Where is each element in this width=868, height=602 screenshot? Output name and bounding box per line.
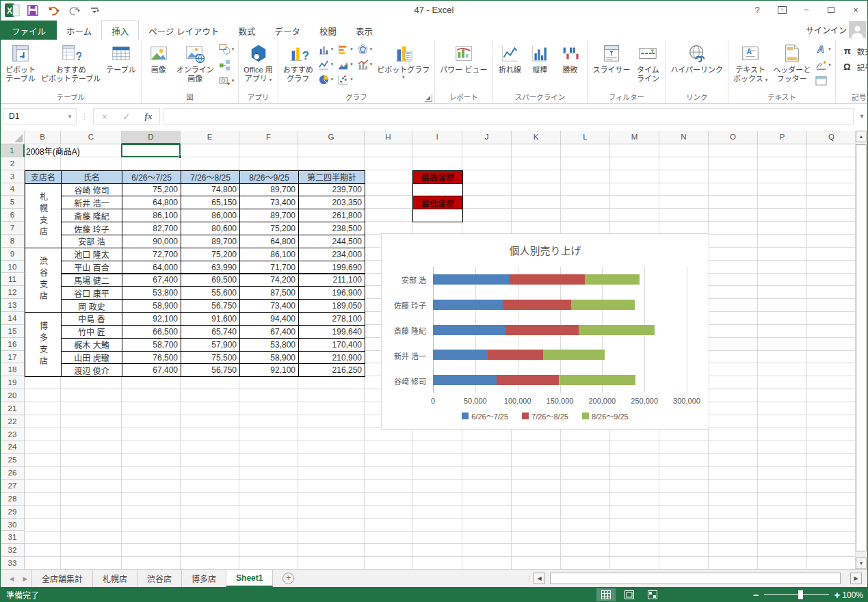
chart-bar-segment[interactable] xyxy=(560,375,636,385)
chart-bar-segment[interactable] xyxy=(505,325,578,335)
value-period3[interactable]: 89,700 xyxy=(239,209,299,222)
select-all-corner[interactable] xyxy=(1,131,25,144)
row-header-6[interactable]: 6 xyxy=(1,209,25,222)
row-header-14[interactable]: 14 xyxy=(1,312,25,325)
table-header-6/26〜7/25[interactable]: 6/26〜7/25 xyxy=(122,170,181,184)
ribbon-button-insert-scatter-chart-icon[interactable]: ▾ xyxy=(335,73,355,86)
value-period3[interactable]: 87,500 xyxy=(239,286,299,300)
ribbon-button-wordart-icon[interactable]: A▾ xyxy=(813,42,833,56)
chart-bar-segment[interactable] xyxy=(433,350,488,360)
cancel-formula-icon[interactable]: × xyxy=(94,112,116,122)
row-header-21[interactable]: 21 xyxy=(1,402,25,415)
value-period3[interactable]: 74,200 xyxy=(239,274,299,287)
ribbon-button-おすすめグラフ[interactable]: ?おすすめグラフ xyxy=(280,41,316,85)
chart-bar-segment[interactable] xyxy=(433,375,497,385)
value-period1[interactable]: 58,700 xyxy=(122,338,181,352)
row-header-17[interactable]: 17 xyxy=(1,351,25,364)
member-name[interactable]: 中島 香 xyxy=(61,312,122,326)
row-header-20[interactable]: 20 xyxy=(1,389,25,402)
row-header-1[interactable]: 1 xyxy=(1,144,25,157)
scroll-up-icon[interactable]: ▲ xyxy=(856,131,867,142)
member-name[interactable]: 平山 百合 xyxy=(61,261,122,274)
member-name[interactable]: 岡 政史 xyxy=(61,299,122,313)
value-period1[interactable]: 53,800 xyxy=(122,286,181,300)
sheet-tab-札幌店[interactable]: 札幌店 xyxy=(93,570,137,587)
value-period3[interactable]: 75,200 xyxy=(239,222,299,235)
value-period3[interactable]: 67,400 xyxy=(239,325,299,339)
ribbon-button-画像[interactable]: 画像 xyxy=(144,41,174,76)
row-header-4[interactable]: 4 xyxy=(1,183,25,196)
table-header-第二四半期計[interactable]: 第二四半期計 xyxy=(298,170,365,184)
value-period2[interactable]: 65,150 xyxy=(181,196,240,209)
normal-view-icon[interactable] xyxy=(596,588,616,601)
column-header-Q[interactable]: Q xyxy=(807,131,856,144)
ribbon-button-insert-column-chart-icon[interactable]: ▾ xyxy=(316,42,336,56)
worksheet-grid[interactable]: BCDEFGHIJKLMNOPQ123456789101112131415161… xyxy=(1,131,856,569)
chart-bar-segment[interactable] xyxy=(503,300,571,310)
value-period3[interactable]: 53,800 xyxy=(239,338,299,352)
ribbon-button-ハイパーリンク[interactable]: ハイパーリンク xyxy=(668,41,726,76)
value-total[interactable]: 244,500 xyxy=(298,235,365,248)
value-period3[interactable]: 71,700 xyxy=(239,261,299,274)
column-header-P[interactable]: P xyxy=(758,131,807,144)
value-period1[interactable]: 75,200 xyxy=(122,183,181,197)
value-total[interactable]: 203,350 xyxy=(298,196,365,209)
table-header-支店名[interactable]: 支店名 xyxy=(25,170,62,184)
member-name[interactable]: 山田 虎轍 xyxy=(61,351,122,365)
value-period3[interactable]: 64,800 xyxy=(239,235,299,248)
value-period2[interactable]: 80,600 xyxy=(181,222,240,235)
value-total[interactable]: 170,400 xyxy=(298,338,365,352)
value-period1[interactable]: 76,500 xyxy=(122,351,181,365)
chart-bar-segment[interactable] xyxy=(433,325,505,335)
column-header-E[interactable]: E xyxy=(181,131,239,144)
row-header-29[interactable]: 29 xyxy=(1,506,25,519)
chart-bar-segment[interactable] xyxy=(543,350,605,360)
value-period1[interactable]: 67,400 xyxy=(122,274,181,287)
value-period2[interactable]: 65,740 xyxy=(181,325,240,339)
row-header-10[interactable]: 10 xyxy=(1,261,25,274)
ribbon-button-縦棒[interactable]: 縦棒 xyxy=(525,41,555,76)
value-period1[interactable]: 92,100 xyxy=(122,312,181,326)
value-period3[interactable]: 86,100 xyxy=(239,248,299,261)
row-header-28[interactable]: 28 xyxy=(1,493,25,506)
value-period2[interactable]: 75,200 xyxy=(181,248,240,261)
ribbon-button-insert-pie-chart-icon[interactable]: ▾ xyxy=(316,73,336,86)
row-header-8[interactable]: 8 xyxy=(1,235,25,248)
value-period2[interactable]: 56,750 xyxy=(181,363,240,377)
column-header-F[interactable]: F xyxy=(239,131,298,144)
column-header-M[interactable]: M xyxy=(610,131,659,144)
ribbon-button-オンライン画像[interactable]: オンライン画像 xyxy=(174,41,217,85)
value-total[interactable]: 278,100 xyxy=(298,312,365,326)
value-total[interactable]: 234,000 xyxy=(298,248,365,261)
branch-cell-博多支店[interactable]: 博多支店 xyxy=(25,312,62,377)
ribbon-button-insert-bar-chart-icon[interactable]: ▾ xyxy=(335,42,355,56)
formula-input[interactable] xyxy=(163,108,854,125)
page-layout-view-icon[interactable] xyxy=(620,588,639,601)
annotation-empty[interactable] xyxy=(412,183,463,197)
hscroll-right-icon[interactable]: ▶ xyxy=(850,573,862,584)
help-icon[interactable]: ? xyxy=(748,2,766,17)
ribbon-button-screenshot-icon[interactable]: ▾ xyxy=(217,74,237,88)
horizontal-scroll-thumb[interactable] xyxy=(550,573,841,584)
chart-bar-segment[interactable] xyxy=(509,274,585,285)
dialog-launcher-icon[interactable] xyxy=(425,94,432,102)
value-period1[interactable]: 64,000 xyxy=(122,261,181,274)
ribbon-button-insert-area-chart-icon[interactable]: ▾ xyxy=(335,57,355,71)
column-header-I[interactable]: I xyxy=(412,131,462,144)
ribbon-button-ピボットテーブル[interactable]: ピボットテーブル xyxy=(3,41,38,85)
minimize-icon[interactable]: − xyxy=(798,2,815,17)
chart-bar-segment[interactable] xyxy=(488,350,543,360)
row-header-11[interactable]: 11 xyxy=(1,274,25,287)
column-header-J[interactable]: J xyxy=(462,131,512,144)
sign-in-link[interactable]: サインイン xyxy=(806,24,847,36)
vertical-scrollbar[interactable]: ▲ ▼ xyxy=(855,131,867,569)
value-period2[interactable]: 63,990 xyxy=(181,261,240,274)
close-icon[interactable]: × xyxy=(847,2,865,17)
value-total[interactable]: 239,700 xyxy=(298,183,365,197)
value-total[interactable]: 216,250 xyxy=(298,363,365,377)
cell-b1-text[interactable]: 2008年(商品A) xyxy=(26,144,80,157)
value-period2[interactable]: 89,700 xyxy=(181,235,240,248)
sheet-tab-Sheet1[interactable]: Sheet1 xyxy=(226,570,273,587)
sheet-tab-全店舗集計[interactable]: 全店舗集計 xyxy=(31,570,93,587)
chart-bar-segment[interactable] xyxy=(571,300,635,310)
